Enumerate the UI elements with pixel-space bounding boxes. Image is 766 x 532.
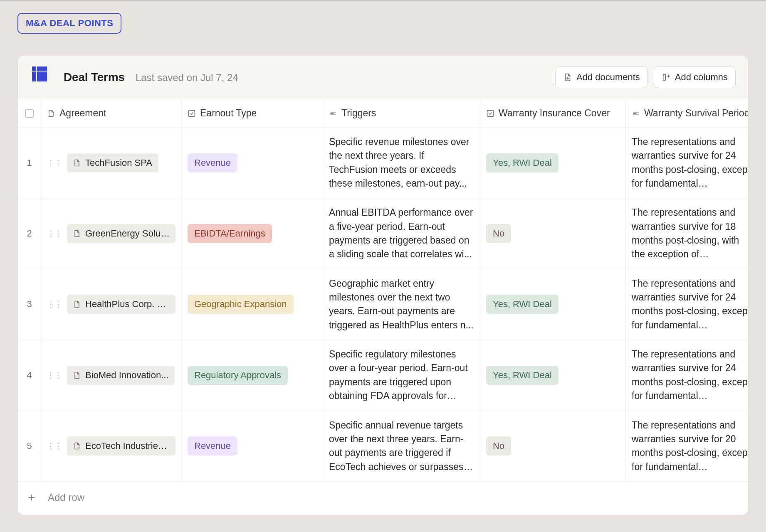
warranty-survival-text: The representations and warranties survi… <box>632 206 749 261</box>
category-badge[interactable]: M&A DEAL POINTS <box>17 13 121 34</box>
row-number: 1 <box>18 128 41 198</box>
last-saved-label: Last saved on Jul 7, 24 <box>136 72 238 84</box>
warranty-survival-text: The representations and warranties survi… <box>632 277 749 332</box>
cell-warranty-survival[interactable]: The representations and warranties survi… <box>626 198 749 269</box>
earnout-type-tag[interactable]: Revenue <box>188 436 237 456</box>
drag-handle-icon[interactable]: ⋮⋮ <box>47 371 62 380</box>
svg-rect-1 <box>37 66 47 71</box>
panel-header: Deal Terms Last saved on Jul 7, 24 Add d… <box>18 56 748 99</box>
column-header-agreement[interactable]: Agreement <box>41 99 182 128</box>
column-label: Triggers <box>341 108 376 119</box>
document-icon <box>73 300 81 308</box>
drag-handle-icon[interactable]: ⋮⋮ <box>47 300 62 309</box>
cell-earnout-type[interactable]: Regulatory Approvals <box>182 340 323 411</box>
triggers-text: Geographic market entry milestones over … <box>329 277 474 332</box>
cell-earnout-type[interactable]: Revenue <box>182 128 323 198</box>
column-header-warranty-cover[interactable]: Warranty Insurance Cover <box>480 99 626 128</box>
column-header-warranty-survival[interactable]: Warranty Survival Period <box>626 99 749 128</box>
drag-handle-icon[interactable]: ⋮⋮ <box>47 229 62 238</box>
cell-warranty-survival[interactable]: The representations and warranties survi… <box>626 128 749 198</box>
agreement-chip[interactable]: EcoTech Industries... <box>67 436 175 456</box>
warranty-survival-text: The representations and warranties survi… <box>632 135 749 190</box>
add-documents-button[interactable]: Add documents <box>555 66 648 88</box>
svg-rect-4 <box>663 74 665 81</box>
drag-handle-icon[interactable]: ⋮⋮ <box>47 441 62 451</box>
cell-triggers[interactable]: Annual EBITDA performance over a five-ye… <box>323 198 480 269</box>
cell-warranty-cover[interactable]: Yes, RWI Deal <box>480 128 626 198</box>
agreement-chip[interactable]: TechFusion SPA <box>67 153 158 172</box>
cell-warranty-survival[interactable]: The representations and warranties survi… <box>626 340 749 411</box>
warranty-survival-text: The representations and warranties survi… <box>632 347 749 403</box>
cell-earnout-type[interactable]: Geographic Expansion <box>182 269 323 340</box>
cell-warranty-cover[interactable]: Yes, RWI Deal <box>480 269 626 340</box>
warranty-cover-tag[interactable]: Yes, RWI Deal <box>486 153 558 172</box>
cell-agreement[interactable]: ⋮⋮GreenEnergy Soluti... <box>41 198 182 269</box>
cell-agreement[interactable]: ⋮⋮HealthPlus Corp. M... <box>41 269 182 340</box>
svg-rect-0 <box>32 66 36 71</box>
cell-triggers[interactable]: Specific regulatory milestones over a fo… <box>323 340 480 411</box>
cell-agreement[interactable]: ⋮⋮EcoTech Industries... <box>41 411 182 482</box>
row-number: 2 <box>18 198 41 269</box>
agreement-name: BioMed Innovation... <box>85 370 169 381</box>
agreement-name: HealthPlus Corp. M... <box>85 299 170 310</box>
select-all-checkbox[interactable] <box>25 109 34 118</box>
column-header-triggers[interactable]: Triggers <box>323 99 480 128</box>
warranty-cover-tag[interactable]: No <box>486 224 511 243</box>
warranty-cover-tag[interactable]: Yes, RWI Deal <box>486 366 558 385</box>
add-columns-button[interactable]: Add columns <box>654 66 736 88</box>
grid-icon <box>32 66 47 81</box>
cell-warranty-survival[interactable]: The representations and warranties survi… <box>626 269 749 340</box>
cell-warranty-survival[interactable]: The representations and warranties survi… <box>626 411 749 482</box>
svg-rect-5 <box>189 110 195 116</box>
earnout-type-tag[interactable]: Regulatory Approvals <box>188 366 288 385</box>
document-icon <box>73 442 81 450</box>
agreement-chip[interactable]: BioMed Innovation... <box>67 366 175 385</box>
cell-triggers[interactable]: Specific annual revenue targets over the… <box>323 411 480 482</box>
select-all-header[interactable] <box>18 99 41 128</box>
triggers-text: Specific revenue milestones over the nex… <box>329 135 474 190</box>
triggers-text: Specific annual revenue targets over the… <box>329 419 474 474</box>
warranty-cover-tag[interactable]: No <box>486 436 511 456</box>
cell-earnout-type[interactable]: Revenue <box>182 411 323 482</box>
panel-title: Deal Terms <box>64 71 125 84</box>
text-icon <box>329 109 337 118</box>
cell-warranty-cover[interactable]: Yes, RWI Deal <box>480 340 626 411</box>
document-plus-icon <box>563 73 572 82</box>
document-icon <box>73 371 81 379</box>
cell-triggers[interactable]: Specific revenue milestones over the nex… <box>323 128 480 198</box>
row-number: 5 <box>18 411 41 482</box>
column-label: Warranty Survival Period <box>644 108 749 119</box>
select-icon <box>486 109 494 118</box>
earnout-type-tag[interactable]: Revenue <box>188 153 237 172</box>
warranty-cover-tag[interactable]: Yes, RWI Deal <box>486 295 558 314</box>
document-icon <box>47 109 55 118</box>
document-icon <box>73 159 81 167</box>
triggers-text: Specific regulatory milestones over a fo… <box>329 347 474 403</box>
column-label: Agreement <box>59 108 106 119</box>
svg-rect-2 <box>32 71 36 81</box>
add-columns-label: Add columns <box>675 72 728 83</box>
cell-warranty-cover[interactable]: No <box>480 198 626 269</box>
agreement-chip[interactable]: HealthPlus Corp. M... <box>67 295 175 314</box>
document-icon <box>73 229 81 238</box>
drag-handle-icon[interactable]: ⋮⋮ <box>47 158 62 167</box>
add-row-button[interactable]: + Add row <box>18 482 748 515</box>
cell-warranty-cover[interactable]: No <box>480 411 626 482</box>
cell-triggers[interactable]: Geographic market entry milestones over … <box>323 269 480 340</box>
triggers-text: Annual EBITDA performance over a five-ye… <box>329 206 474 261</box>
cell-earnout-type[interactable]: EBIDTA/Earnings <box>182 198 323 269</box>
text-icon <box>632 109 640 118</box>
column-header-earnout-type[interactable]: Earnout Type <box>182 99 323 128</box>
column-plus-icon <box>662 73 671 82</box>
earnout-type-tag[interactable]: Geographic Expansion <box>188 295 294 314</box>
plus-icon: + <box>26 491 37 504</box>
cell-agreement[interactable]: ⋮⋮BioMed Innovation... <box>41 340 182 411</box>
agreement-name: GreenEnergy Soluti... <box>85 228 170 239</box>
add-documents-label: Add documents <box>576 72 640 83</box>
agreement-chip[interactable]: GreenEnergy Soluti... <box>67 224 175 243</box>
earnout-type-tag[interactable]: EBIDTA/Earnings <box>188 224 272 243</box>
select-icon <box>188 109 196 118</box>
cell-agreement[interactable]: ⋮⋮TechFusion SPA <box>41 128 182 198</box>
add-row-label: Add row <box>48 492 84 503</box>
svg-rect-6 <box>487 110 494 116</box>
